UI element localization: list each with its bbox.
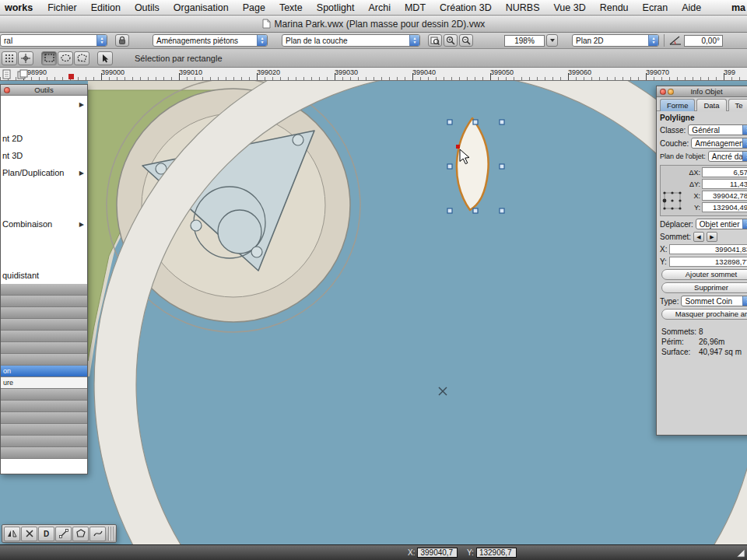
fit-view-button[interactable]: [428, 34, 442, 47]
class-popup[interactable]: ral: [0, 34, 107, 47]
tool-row[interactable]: [1, 331, 87, 342]
tool-row[interactable]: [1, 342, 87, 354]
delta-y-field[interactable]: 11,43: [702, 179, 747, 189]
lasso-select-button[interactable]: [58, 51, 73, 65]
menu-page[interactable]: Page: [236, 2, 272, 13]
tools-menu-item[interactable]: nt 2D: [1, 130, 87, 147]
tool-row[interactable]: [1, 296, 87, 307]
vertex-type-popup[interactable]: Sommet Coin: [681, 296, 747, 306]
tool-row[interactable]: ure: [1, 377, 87, 389]
couche-popup[interactable]: Aménagements pié: [691, 138, 747, 149]
anchor-point-widget[interactable]: [662, 191, 682, 211]
menu-mdt[interactable]: MDT: [398, 2, 433, 13]
toolbar-drag-grip[interactable]: [108, 527, 114, 541]
menu-texte[interactable]: Texte: [272, 2, 310, 13]
vertex-y-field[interactable]: 132898,77: [669, 257, 747, 267]
menu-edition[interactable]: Edition: [84, 2, 128, 13]
tools-menu-item[interactable]: ▶: [1, 96, 87, 113]
tools-menu-item[interactable]: [1, 250, 87, 267]
tools-palette-title-bar[interactable]: Outils: [1, 85, 87, 96]
menu-archi[interactable]: Archi: [361, 2, 397, 13]
marquee-rect-button[interactable]: [41, 51, 57, 65]
x-field[interactable]: 399042,78: [702, 191, 747, 201]
tool-row[interactable]: [1, 307, 87, 319]
menu-nurbs[interactable]: NURBS: [499, 2, 547, 13]
zoom-out-button[interactable]: [459, 34, 473, 47]
mirror-tool-button[interactable]: [4, 527, 20, 541]
menu-aide[interactable]: Aide: [675, 2, 708, 13]
menu-rendu[interactable]: Rendu: [593, 2, 636, 13]
tools-menu-item[interactable]: [1, 181, 87, 198]
page-icon[interactable]: [2, 69, 15, 79]
arrow-select-button[interactable]: [97, 51, 113, 65]
collapse-icon[interactable]: [668, 89, 674, 95]
tools-menu-item[interactable]: Plan/Duplication▶: [1, 164, 87, 181]
close-icon[interactable]: [4, 87, 10, 93]
horizontal-ruler[interactable]: 398990 399000 399010 399020 399030 39904…: [0, 68, 747, 81]
tool-row[interactable]: [1, 447, 87, 459]
y-field[interactable]: 132904,49: [702, 202, 747, 212]
plane-popup[interactable]: Plan de la couche: [282, 34, 420, 47]
layer-popup[interactable]: Aménagements piétons: [153, 34, 268, 47]
add-vertex-button[interactable]: Ajouter sommet: [661, 269, 747, 280]
line-tool-button[interactable]: [55, 527, 72, 541]
tools-menu-item[interactable]: nt 3D: [1, 147, 87, 164]
prev-vertex-button[interactable]: ◀: [693, 232, 704, 242]
tool-row[interactable]: [1, 319, 87, 331]
tab-data[interactable]: Data: [696, 99, 726, 111]
vertex-x-field[interactable]: 399041,83: [669, 244, 747, 254]
polygon-select-button[interactable]: [74, 51, 89, 65]
polygon-tool-button[interactable]: [72, 527, 89, 541]
zoom-level-field[interactable]: 198%: [504, 35, 545, 47]
tool-row[interactable]: [1, 401, 87, 412]
menu-vue-3d[interactable]: Vue 3D: [547, 2, 593, 13]
grid-snap-button[interactable]: [2, 51, 17, 65]
tool-row[interactable]: [1, 389, 87, 401]
tool-row[interactable]: [1, 412, 87, 424]
vertex-count-label: Sommets:: [661, 327, 696, 336]
tab-texture[interactable]: Te: [728, 99, 747, 111]
delete-vertex-button[interactable]: Supprimer: [661, 282, 747, 293]
app-menu[interactable]: works: [0, 2, 40, 13]
info-palette-title-bar[interactable]: Info Objet: [657, 86, 747, 97]
tool-row[interactable]: [1, 424, 87, 436]
tool-row-selected[interactable]: on: [1, 366, 87, 377]
tools-menu-item[interactable]: Combinaison▶: [1, 215, 87, 233]
tools-menu-item[interactable]: [1, 198, 87, 215]
dimension-tool-button[interactable]: D: [38, 527, 54, 541]
curve-tool-button[interactable]: [89, 527, 106, 541]
zoom-in-button[interactable]: [444, 34, 458, 47]
menu-creation-3d[interactable]: Création 3D: [433, 2, 499, 13]
view-popup[interactable]: Plan 2D: [572, 34, 659, 47]
lock-button[interactable]: [115, 34, 129, 47]
next-vertex-button[interactable]: ▶: [707, 232, 717, 242]
deplacer-popup[interactable]: Objet entier: [696, 219, 747, 229]
window-title-bar[interactable]: Marina Park.vwx (Plan masse pour dessin …: [0, 16, 747, 33]
hide-next-edge-button[interactable]: Masquer prochaine ar: [661, 309, 747, 320]
angle-field[interactable]: 0,00°: [684, 35, 723, 47]
menu-organisation[interactable]: Organisation: [167, 2, 236, 13]
tool-row[interactable]: [1, 436, 87, 447]
tool-row[interactable]: [1, 354, 87, 366]
tool-row[interactable]: [1, 284, 87, 296]
delta-x-field[interactable]: 6,57: [702, 167, 747, 177]
tools-menu-item[interactable]: quidistant: [1, 267, 87, 284]
classe-popup[interactable]: Général: [688, 124, 747, 135]
window-resize-grip[interactable]: [736, 548, 745, 558]
tools-menu-item[interactable]: [1, 233, 87, 250]
plan-objet-popup[interactable]: Ancré dans: [708, 151, 747, 162]
close-icon[interactable]: [660, 89, 666, 95]
tools-menu-item[interactable]: [1, 113, 87, 130]
menu-outils[interactable]: Outils: [128, 2, 167, 13]
snap-object-button[interactable]: [18, 51, 33, 65]
menu-spotlight[interactable]: Spotlight: [310, 2, 362, 13]
y-label: Y:: [685, 204, 700, 212]
drawing-canvas[interactable]: [0, 81, 747, 544]
active-vertex-marker[interactable]: [456, 145, 460, 149]
tab-forme[interactable]: Forme: [660, 99, 695, 111]
delete-tool-button[interactable]: [21, 527, 37, 541]
zoom-menu-button[interactable]: [546, 34, 558, 47]
layers-icon[interactable]: [17, 69, 30, 79]
menu-fichier[interactable]: Fichier: [40, 2, 84, 13]
menu-ecran[interactable]: Ecran: [636, 2, 675, 13]
